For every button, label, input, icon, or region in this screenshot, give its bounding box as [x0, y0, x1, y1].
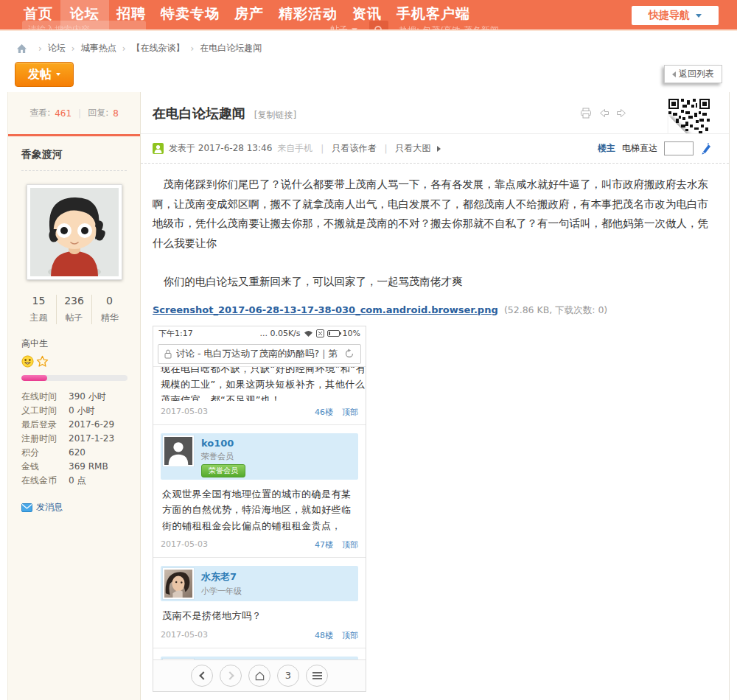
prev-thread-icon[interactable] [598, 108, 609, 118]
browser-back-icon [191, 665, 213, 687]
nav-item-news[interactable]: 资讯 [345, 0, 389, 31]
thread-counters: 查看:461 | 回复:8 [8, 92, 140, 136]
phone-page-title: 讨论 - 电白万达动了茂南的奶酪吗?｜第 2 [176, 348, 340, 360]
views-count: 461 [55, 108, 71, 119]
stat-threads-value[interactable]: 15 [21, 295, 56, 307]
star-icon [36, 355, 49, 368]
smiley-icon [21, 355, 34, 368]
phone-clipped-text: 现在电白啥都不缺，只缺“好的经商环境”和“有 规模的工业”，如果这两块短板补齐，… [153, 367, 366, 401]
floor-op-link[interactable]: 楼主 [598, 142, 615, 155]
new-post-label: 发帖 [28, 67, 52, 83]
send-message-link[interactable]: 发消息 [21, 501, 127, 514]
title-actions [580, 108, 627, 119]
attachment-image-1[interactable]: 下午1:17 ... 0.05K/s 10% 讨论 - 电白万达动了茂南的奶酪吗… [153, 326, 366, 692]
phone-post-text: 众观世界全国有地理位置的城市的确是有某方面的自然优势，特沿海地区，就如好些临街的… [161, 480, 358, 534]
phone-text-line: 现在电白啥都不缺，只缺“好的经商环境”和“有 [161, 367, 358, 377]
send-message-label: 发消息 [36, 501, 63, 514]
elevator-floor-input[interactable] [664, 141, 694, 155]
only-author-link[interactable]: 只看该作者 [332, 142, 376, 155]
post-title: 在电白论坛趣闻 [153, 105, 245, 121]
phone-username: 水东老7 [201, 570, 242, 584]
detail-label: 在线金币 [21, 474, 69, 488]
replies-label: 回复: [88, 107, 108, 119]
phone-floor-row: 2017-05-03 46楼顶部 [153, 401, 366, 424]
phone-address-bar: 讨论 - 电白万达动了茂南的奶酪吗?｜第 2 [158, 344, 361, 364]
detail-value: 620 [69, 447, 85, 458]
new-post-button[interactable]: 发帖 [15, 62, 74, 87]
breadcrumb-separator [38, 43, 42, 54]
breadcrumb-forum[interactable]: 论坛 [48, 42, 66, 55]
qr-code[interactable] [667, 99, 710, 133]
stat-digest-value[interactable]: 0 [92, 295, 127, 307]
nav-item-realestate[interactable]: 房产 [227, 0, 271, 31]
author-avatar[interactable] [27, 184, 122, 280]
quick-nav-label: 快捷导航 [649, 9, 690, 22]
phone-avatar-photo [163, 568, 194, 599]
jump-pen-icon[interactable] [700, 143, 711, 155]
breadcrumb-separator [122, 43, 126, 54]
print-icon[interactable] [580, 108, 592, 119]
wifi-icon [304, 329, 313, 337]
attachment-link-1[interactable]: Screenshot_2017-06-28-13-17-38-030_com.a… [153, 304, 498, 315]
floor-number-link: 46楼 [315, 407, 333, 418]
stat-posts-value[interactable]: 236 [57, 295, 91, 307]
phone-net-speed: ... 0.05K/s [259, 329, 300, 338]
only-images-link[interactable]: 只看大图 [395, 142, 430, 155]
copy-link[interactable]: [复制链接] [254, 110, 296, 120]
chevron-down-icon [56, 73, 60, 76]
chevron-down-icon [696, 14, 702, 18]
replies-count: 8 [113, 108, 119, 119]
nav-item-activities[interactable]: 精彩活动 [271, 0, 345, 31]
no-sim-icon [316, 329, 324, 337]
post-body: 茂南佬踩到你们尾巴了？说什么都要带上茂南人骂一下，各有各发展，靠点咸水就好牛逼了… [141, 164, 729, 700]
post-main: 在电白论坛趣闻 [复制链接] [141, 92, 729, 700]
detail-value: 2017-6-29 [69, 419, 114, 430]
breadcrumb-subforum[interactable]: 【在线杂谈】 [131, 42, 184, 55]
nav-item-deals[interactable]: 特卖专场 [153, 0, 227, 31]
next-thread-icon[interactable] [616, 108, 627, 118]
back-arrow-icon [672, 71, 676, 77]
envelope-icon [21, 503, 32, 512]
user-medals [21, 355, 127, 368]
detail-label: 注册时间 [21, 432, 69, 446]
browser-home-icon [248, 665, 270, 687]
post-paragraph-2: 你们的电白论坛又重新回来了，可以回家了，一起骂茂南佬才爽 [153, 272, 716, 292]
detail-value: 369 RMB [69, 461, 108, 472]
stat-posts-label: 帖子 [57, 312, 91, 324]
detail-value: 2017-1-23 [69, 433, 114, 444]
to-top-link: 顶部 [342, 630, 358, 641]
detail-value: 390 小时 [69, 391, 106, 402]
battery-icon [327, 330, 340, 337]
nav-item-jobs[interactable]: 招聘 [109, 0, 153, 31]
divider: | [384, 144, 387, 154]
battery-percent: 10% [343, 329, 360, 338]
quick-nav-button[interactable]: 快捷导航 [632, 6, 719, 25]
nav-item-home[interactable]: 首页 [16, 0, 60, 31]
nav-item-mobile-app[interactable]: 手机客户端 [389, 0, 478, 31]
breadcrumb: 论坛 城事热点 【在线杂谈】 在电白论坛趣闻 [16, 42, 262, 55]
phone-username: ko100 [201, 438, 245, 449]
attachment-line-1: Screenshot_2017-06-28-13-17-38-030_com.a… [153, 304, 716, 317]
back-to-list-button[interactable]: 返回列表 [664, 65, 722, 83]
breadcrumb-separator [190, 43, 194, 54]
breadcrumb-thread: 在电白论坛趣闻 [200, 42, 262, 55]
phone-floor-row: 2017-05-03 47楼顶部 [161, 533, 358, 557]
main-nav: 首页 论坛 招聘 特卖专场 房产 精彩活动 资讯 手机客户端 [16, 0, 478, 31]
author-username[interactable]: 香象渡河 [21, 148, 127, 171]
user-rank: 高中生 [21, 337, 127, 350]
phone-post-shuidong: 水东老7 小学一年级 茂南不是捞佬地方吗？ 2017-05-03 48楼顶部 [153, 558, 366, 648]
phone-text-line: 规模的工业”，如果这两块短板补齐，其他什么 [161, 377, 358, 392]
detail-label: 最后登录 [21, 418, 69, 432]
breadcrumb-section[interactable]: 城事热点 [81, 42, 116, 55]
post-time: 发表于 2017-6-28 13:46 [169, 142, 272, 155]
phone-time: 下午1:17 [158, 328, 193, 339]
detail-value: 0 小时 [69, 405, 94, 416]
views-label: 查看: [29, 107, 50, 119]
qr-fold-corner [668, 116, 691, 133]
nav-item-forum[interactable]: 论坛 [60, 0, 109, 31]
attachment-info-1: (52.86 KB, 下载次数: 0) [504, 304, 607, 315]
phone-user-rank: 荣誉会员 [201, 451, 245, 462]
user-panel: 香象渡河 15主题 236帖子 [8, 136, 140, 525]
phone-text-line: 茂南信宜，都“不足观”也！ [161, 392, 358, 401]
home-icon[interactable] [16, 43, 27, 54]
